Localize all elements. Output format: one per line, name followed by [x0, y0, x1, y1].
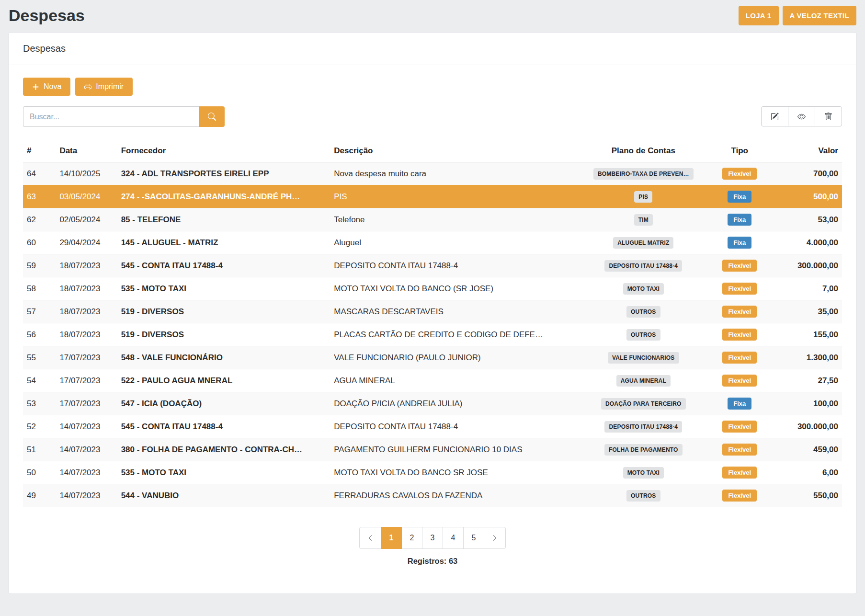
store-button[interactable]: LOJA 1 — [739, 6, 779, 25]
row-descricao: FERRADURAS CAVALOS DA FAZENDA — [330, 484, 580, 507]
table-row[interactable]: 57 18/07/2023 519 - DIVERSOS MASCARAS DE… — [23, 300, 842, 323]
pagination-next-button[interactable] — [484, 527, 506, 549]
plano-de-contas-badge: TIM — [634, 214, 653, 226]
table-row[interactable]: 60 29/04/2024 145 - ALUGUEL - MATRIZ Alu… — [23, 231, 842, 254]
row-id: 60 — [23, 231, 56, 254]
page-title: Despesas — [9, 6, 85, 25]
row-id: 59 — [23, 254, 56, 277]
tipo-badge: Flexível — [722, 444, 757, 456]
table-row[interactable]: 58 18/07/2023 535 - MOTO TAXI MOTO TAXI … — [23, 277, 842, 300]
row-valor: 53,00 — [773, 208, 842, 231]
table-row[interactable]: 52 14/07/2023 545 - CONTA ITAU 17488-4 D… — [23, 415, 842, 438]
row-plano-cell: TIM — [580, 208, 707, 231]
row-plano-cell: MOTO TAXI — [580, 277, 707, 300]
row-id: 57 — [23, 300, 56, 323]
row-id: 53 — [23, 392, 56, 415]
table-row[interactable]: 53 17/07/2023 547 - ICIA (DOAÇÃO) DOAÇÃO… — [23, 392, 842, 415]
delete-button[interactable] — [815, 106, 842, 126]
tipo-badge: Flexível — [722, 283, 757, 295]
table-row[interactable]: 64 14/10/2025 324 - ADL TRANSPORTES EIRE… — [23, 162, 842, 185]
row-tipo-cell: Fixa — [707, 208, 773, 231]
plano-de-contas-badge: ALUGUEL MATRIZ — [613, 237, 673, 249]
despesas-table: # Data Fornecedor Descrição Plano de Con… — [23, 141, 842, 507]
page-button-1[interactable]: 1 — [381, 527, 402, 549]
row-data: 17/07/2023 — [56, 392, 117, 415]
table-row[interactable]: 50 14/07/2023 535 - MOTO TAXI MOTO TAXI … — [23, 461, 842, 484]
row-descricao: DEPOSITO CONTA ITAU 17488-4 — [330, 254, 580, 277]
table-row[interactable]: 63 03/05/2024 274 - -SACOLITAS-GARANHUNS… — [23, 185, 842, 208]
nova-button[interactable]: Nova — [23, 78, 70, 96]
plano-de-contas-badge: OUTROS — [626, 329, 660, 341]
tipo-badge: Flexível — [722, 260, 757, 272]
registros-count: Registros: 63 — [23, 557, 842, 566]
row-tipo-cell: Flexível — [707, 438, 773, 461]
search-group — [23, 106, 225, 127]
tipo-badge: Flexível — [722, 168, 757, 180]
row-tipo-cell: Flexível — [707, 415, 773, 438]
search-input[interactable] — [23, 106, 199, 127]
edit-button[interactable] — [761, 106, 788, 126]
row-fornecedor: 519 - DIVERSOS — [117, 300, 330, 323]
plano-de-contas-badge: PIS — [634, 191, 652, 203]
row-valor: 500,00 — [773, 185, 842, 208]
page-button-2[interactable]: 2 — [401, 527, 422, 549]
row-valor: 1.300,00 — [773, 346, 842, 369]
row-valor: 35,00 — [773, 300, 842, 323]
row-data: 14/07/2023 — [56, 484, 117, 507]
row-data: 03/05/2024 — [56, 185, 117, 208]
tipo-badge: Flexível — [722, 421, 757, 433]
row-tipo-cell: Flexível — [707, 162, 773, 185]
printer-icon — [84, 83, 91, 91]
row-valor: 27,50 — [773, 369, 842, 392]
table-row[interactable]: 56 18/07/2023 519 - DIVERSOS PLACAS CART… — [23, 323, 842, 346]
company-button[interactable]: A VELOZ TEXTIL — [783, 6, 856, 25]
row-plano-cell: DEPOSITO ITAU 17488-4 — [580, 254, 707, 277]
tipo-badge: Flexível — [722, 306, 757, 318]
row-id: 54 — [23, 369, 56, 392]
row-fornecedor: 544 - VANUBIO — [117, 484, 330, 507]
row-valor: 6,00 — [773, 461, 842, 484]
row-descricao: Telefone — [330, 208, 580, 231]
row-fornecedor: 324 - ADL TRANSPORTES EIRELI EPP — [117, 162, 330, 185]
plano-de-contas-badge: DEPOSITO ITAU 17488-4 — [604, 421, 682, 433]
edit-pencil-icon — [771, 113, 779, 121]
row-data: 17/07/2023 — [56, 346, 117, 369]
row-descricao: DOAÇÃO P/ICIA (ANDREIA JULIA) — [330, 392, 580, 415]
row-descricao: VALE FUNCIONARIO (PAULO JUNIOR) — [330, 346, 580, 369]
plano-de-contas-badge: AGUA MINERAL — [616, 375, 671, 387]
pagination-prev-button[interactable] — [359, 527, 381, 549]
chevron-right-icon — [491, 535, 498, 541]
page-button-5[interactable]: 5 — [463, 527, 484, 549]
table-row[interactable]: 54 17/07/2023 522 - PAULO AGUA MNERAL AG… — [23, 369, 842, 392]
row-valor: 550,00 — [773, 484, 842, 507]
search-icon — [208, 113, 216, 121]
row-fornecedor: 535 - MOTO TAXI — [117, 277, 330, 300]
row-descricao: MOTO TAXI VOLTA DO BANCO SR JOSE — [330, 461, 580, 484]
table-row[interactable]: 62 02/05/2024 85 - TELEFONE Telefone TIM… — [23, 208, 842, 231]
row-id: 63 — [23, 185, 56, 208]
row-plano-cell: AGUA MINERAL — [580, 369, 707, 392]
row-plano-cell: OUTROS — [580, 484, 707, 507]
row-tipo-cell: Flexível — [707, 323, 773, 346]
row-id: 64 — [23, 162, 56, 185]
page-button-3[interactable]: 3 — [422, 527, 443, 549]
tipo-badge: Flexível — [722, 352, 757, 364]
search-button[interactable] — [199, 106, 225, 127]
row-valor: 300.000,00 — [773, 415, 842, 438]
row-fornecedor: 535 - MOTO TAXI — [117, 461, 330, 484]
table-row[interactable]: 51 14/07/2023 380 - FOLHA DE PAGAMENTO -… — [23, 438, 842, 461]
row-descricao: Aluguel — [330, 231, 580, 254]
table-row[interactable]: 59 18/07/2023 545 - CONTA ITAU 17488-4 D… — [23, 254, 842, 277]
page-button-4[interactable]: 4 — [443, 527, 464, 549]
row-descricao: MOTO TAXI VOLTA DO BANCO (SR JOSE) — [330, 277, 580, 300]
card-body: Nova Imprimir — [9, 65, 856, 593]
view-button[interactable] — [788, 106, 815, 126]
table-row[interactable]: 55 17/07/2023 548 - VALE FUNCIONÁRIO VAL… — [23, 346, 842, 369]
row-id: 51 — [23, 438, 56, 461]
tipo-badge: Flexível — [722, 329, 757, 341]
plano-de-contas-badge: DEPOSITO ITAU 17488-4 — [604, 260, 682, 272]
table-row[interactable]: 49 14/07/2023 544 - VANUBIO FERRADURAS C… — [23, 484, 842, 507]
plano-de-contas-badge: MOTO TAXI — [623, 467, 664, 479]
row-fornecedor: 545 - CONTA ITAU 17488-4 — [117, 415, 330, 438]
imprimir-button[interactable]: Imprimir — [75, 78, 133, 96]
